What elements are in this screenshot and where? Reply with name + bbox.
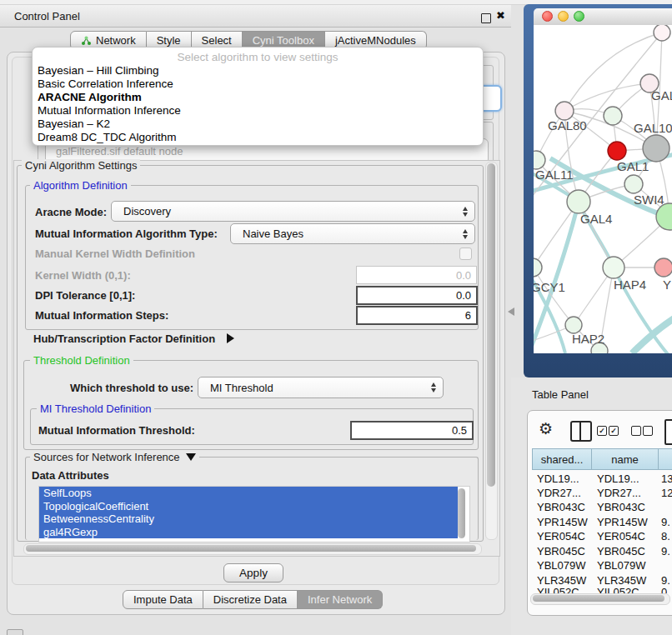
table-cell[interactable]: 9. — [661, 516, 670, 528]
deselect-all-icon[interactable] — [643, 426, 653, 436]
table-cell-clipped[interactable]: YIL052C — [597, 586, 639, 593]
settings-group-title: Cyni Algorithm Settings — [22, 159, 140, 172]
network-view-canvas[interactable]: GAL GAL80 GAL10 GAL1 GAL11 SWI4 GAL4 GCY… — [534, 25, 672, 353]
aracne-mode-combo[interactable]: Discovery — [111, 201, 475, 222]
manual-kernel-width-checkbox[interactable] — [459, 248, 472, 260]
table-cell[interactable]: YDR27... — [597, 487, 641, 499]
minimized-panel-icon[interactable] — [7, 629, 23, 635]
dropdown-item[interactable]: Mutual Information Inference — [38, 104, 181, 117]
kernel-width-label: Kernel Width (0,1): — [35, 269, 131, 282]
expand-right-icon[interactable] — [227, 333, 234, 343]
table-cell[interactable]: YDL19... — [597, 472, 639, 485]
table-cell[interactable]: YDL19... — [537, 472, 579, 485]
dpi-tolerance-field[interactable]: 0.0 — [356, 286, 478, 305]
node-circle-gal80[interactable] — [555, 102, 574, 120]
tab-discretize-data[interactable]: Discretize Data — [203, 590, 298, 609]
node-label: GAL10 — [634, 121, 672, 135]
node-circle-gal10[interactable] — [604, 107, 622, 125]
column-header-name[interactable]: name — [591, 448, 659, 470]
node-label: GAL1 — [617, 159, 649, 173]
node-labels: GAL GAL80 GAL10 GAL1 GAL11 SWI4 GAL4 GCY… — [534, 88, 672, 346]
node-circle-gcy1[interactable] — [534, 258, 542, 277]
settings-vscrollbar-thumb[interactable] — [487, 163, 495, 487]
dropdown-item[interactable]: Bayesian – K2 — [38, 118, 110, 130]
settings-hscrollbar-thumb[interactable] — [26, 545, 476, 552]
collapse-down-icon[interactable] — [186, 453, 196, 461]
node-circle-gal11[interactable] — [534, 151, 545, 169]
node-circle-salmon[interactable] — [654, 258, 672, 277]
columns-icon[interactable] — [570, 421, 592, 442]
table-cell[interactable]: 13 — [661, 472, 672, 485]
table-cell-clipped[interactable]: YIL052C — [537, 586, 579, 593]
table-cell[interactable]: YPR145W — [537, 516, 588, 528]
dropdown-item-aracne[interactable]: ARACNE Algorithm — [38, 91, 142, 103]
table-cell[interactable]: YBR043C — [537, 501, 585, 513]
mi-threshold-field[interactable]: 0.5 — [350, 421, 474, 440]
table-cell[interactable]: YBL079W — [597, 559, 646, 572]
table-cell[interactable]: YBL079W — [537, 559, 586, 572]
list-item-selected[interactable]: BetweennessCentrality — [39, 512, 458, 526]
which-threshold-combo[interactable]: MI Threshold — [198, 377, 444, 398]
list-item-selected[interactable]: gal4RGexp — [39, 526, 458, 539]
mi-threshold-label: Mutual Information Threshold: — [38, 424, 195, 437]
deselect-all-icon[interactable] — [631, 426, 641, 436]
table-hscrollbar-thumb[interactable] — [533, 595, 664, 602]
table-panel-title: Table Panel — [532, 388, 589, 401]
column-header-clipped[interactable]: A — [658, 448, 672, 470]
table-cell[interactable]: YER054C — [537, 530, 585, 542]
export-table-icon[interactable] — [664, 419, 672, 445]
table-cell[interactable]: YPR145W — [597, 516, 648, 528]
network-icon — [81, 36, 92, 46]
node-circle-red[interactable] — [608, 142, 626, 160]
list-item-selected[interactable]: TopologicalCoefficient — [39, 500, 458, 513]
table-cell[interactable]: 8. — [661, 530, 670, 542]
table-cell[interactable]: YBR043C — [597, 501, 645, 513]
table-cell[interactable]: YBR045C — [597, 545, 645, 558]
close-panel-icon[interactable]: ✖ — [496, 9, 505, 22]
minimize-window-icon[interactable] — [558, 11, 569, 22]
close-window-icon[interactable] — [542, 11, 553, 22]
zoom-window-icon[interactable] — [574, 11, 584, 22]
combo-spinner-icon — [463, 207, 468, 217]
node-circle-hap2[interactable] — [565, 317, 582, 333]
mi-threshold-definition-title: MI Threshold Definition — [37, 402, 154, 415]
data-attributes-label: Data Attributes — [32, 469, 109, 482]
list-item-selected[interactable]: SelfLoops — [39, 487, 458, 500]
table-cell[interactable]: YDR27... — [537, 487, 581, 499]
table-cell-clipped[interactable]: 0 — [661, 586, 667, 593]
list-scrollbar-thumb[interactable] — [458, 488, 465, 538]
float-panel-icon[interactable] — [481, 13, 491, 23]
apply-button[interactable]: Apply — [223, 563, 283, 582]
table-cell[interactable]: YER054C — [597, 530, 645, 542]
node-circle[interactable] — [654, 25, 670, 41]
node-circle-gal4[interactable] — [567, 190, 590, 213]
node-label: GAL — [651, 88, 672, 102]
tab-infer-network[interactable]: Infer Network — [298, 590, 383, 609]
node-circle-hap4[interactable] — [603, 257, 624, 278]
dropdown-item[interactable]: Dream8 DC_TDC Algorithm — [38, 131, 177, 143]
table-cell[interactable]: YBR045C — [537, 545, 585, 558]
splitter-resize-cursor[interactable] — [508, 308, 514, 316]
select-all-icon[interactable]: ✓ — [597, 426, 607, 436]
table-cell[interactable]: YLR345W — [537, 574, 586, 587]
node-circle-big-green[interactable] — [656, 203, 672, 230]
dropdown-item[interactable]: Bayesian – Hill Climbing — [38, 64, 159, 77]
kernel-width-field[interactable]: 0.0 — [356, 266, 477, 284]
table-cell[interactable]: 9. — [661, 574, 670, 587]
manual-kernel-width-label: Manual Kernel Width Definition — [35, 248, 195, 260]
select-all-icon[interactable]: ✓ — [609, 426, 619, 436]
network-graph: GAL GAL80 GAL10 GAL1 GAL11 SWI4 GAL4 GCY… — [534, 25, 672, 353]
network-window-titlebar[interactable] — [534, 8, 672, 26]
node-circle[interactable] — [624, 175, 643, 193]
table-cell[interactable]: 9. — [661, 545, 670, 558]
gear-icon[interactable]: ⚙ — [539, 419, 553, 438]
column-header-shared-name[interactable]: shared... — [532, 448, 592, 470]
mi-algorithm-type-combo[interactable]: Naive Bayes — [230, 223, 475, 244]
dropdown-item[interactable]: Basic Correlation Inference — [38, 78, 173, 90]
node-circle-gray[interactable] — [643, 135, 669, 162]
table-cell[interactable]: 12 — [661, 487, 672, 499]
tab-impute-data[interactable]: Impute Data — [123, 590, 203, 609]
data-attributes-list[interactable]: SelfLoops TopologicalCoefficient Between… — [38, 486, 470, 542]
mi-steps-field[interactable]: 6 — [356, 306, 478, 325]
table-cell[interactable]: YLR345W — [597, 574, 646, 587]
